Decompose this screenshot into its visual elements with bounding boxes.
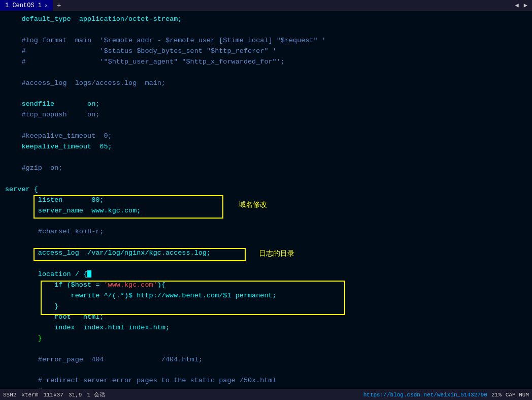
- code-line-22: [5, 237, 527, 248]
- code-line-9: sendfile on;: [5, 99, 527, 110]
- nav-left-icon[interactable]: ◀: [514, 2, 520, 9]
- code-line-17: server {: [5, 184, 527, 195]
- terminal-area[interactable]: default_type application/octet-stream; #…: [0, 11, 532, 389]
- code-line-4: # '$status $body_bytes_sent "$http_refer…: [5, 46, 527, 57]
- code-line-34: [5, 365, 527, 376]
- code-line-11: [5, 120, 527, 131]
- code-line-10: #tcp_nopush on;: [5, 110, 527, 120]
- code-line-29: root html;: [5, 312, 527, 323]
- code-line-25: location / {█: [5, 269, 527, 280]
- code-line-6: [5, 68, 527, 78]
- code-line-30: index index.html index.htm;: [5, 323, 527, 333]
- code-line-13: keepalive_timeout 65;: [5, 142, 527, 152]
- status-link[interactable]: https://blog.csdn.net/weixin_51432790: [363, 392, 487, 398]
- code-line-31: }: [5, 333, 527, 344]
- code-line-7: #access_log logs/access.log main;: [5, 78, 527, 89]
- code-line-15: #gzip on;: [5, 163, 527, 174]
- annotation-label-2: 日志的目录: [259, 249, 294, 258]
- title-bar: 1 CentOS 1 ✕ + ◀ ▶: [0, 0, 532, 11]
- status-sessions: 1 会话: [87, 391, 105, 398]
- status-ssh: SSH2: [3, 392, 16, 398]
- code-line-28: }: [5, 301, 527, 312]
- code-line-3: #log_format main '$remote_addr - $remote…: [5, 36, 527, 46]
- status-dimensions: 111x37: [43, 392, 63, 398]
- code-line-27: rewrite ^/(.*)$ http://www.benet.com/$1 …: [5, 291, 527, 301]
- code-line-12: #keepalive_timeout 0;: [5, 131, 527, 142]
- code-line-35: # redirect server error pages to the sta…: [5, 376, 527, 386]
- tab-label: 1 CentOS 1: [5, 2, 42, 9]
- code-line-2: [5, 25, 527, 36]
- new-tab-button[interactable]: +: [53, 2, 65, 10]
- nav-right-icon[interactable]: ▶: [522, 2, 529, 9]
- status-right-area: https://blog.csdn.net/weixin_51432790 21…: [363, 392, 529, 398]
- code-line-32: [5, 344, 527, 355]
- code-line-21: #charset koi8-r;: [5, 227, 527, 237]
- status-zoom: 21%: [491, 392, 502, 398]
- code-line-24: [5, 259, 527, 269]
- code-line-36: #: [5, 386, 527, 389]
- code-line-20: [5, 217, 527, 227]
- status-bar: SSH2 xterm 111x37 31,9 1 会话 https://blog…: [0, 389, 532, 400]
- code-line-33: #error_page 404 /404.html;: [5, 355, 527, 365]
- window-controls: ◀ ▶: [514, 2, 532, 9]
- code-line-16: [5, 174, 527, 184]
- status-xterm: xterm: [21, 392, 38, 398]
- annotation-label-1: 域名修改: [239, 200, 267, 209]
- close-tab-icon[interactable]: ✕: [45, 3, 48, 9]
- code-line-26: if ($host = 'www.kgc.com'){: [5, 280, 527, 291]
- code-line-1: default_type application/octet-stream;: [5, 14, 527, 25]
- code-line-8: [5, 88, 527, 99]
- code-line-5: # '"$http_user_agent" "$http_x_forwarded…: [5, 57, 527, 68]
- status-line-col: 31,9: [69, 392, 82, 398]
- code-line-14: [5, 152, 527, 163]
- status-caps: CAP NUM: [506, 392, 529, 398]
- active-tab[interactable]: 1 CentOS 1 ✕: [0, 0, 53, 11]
